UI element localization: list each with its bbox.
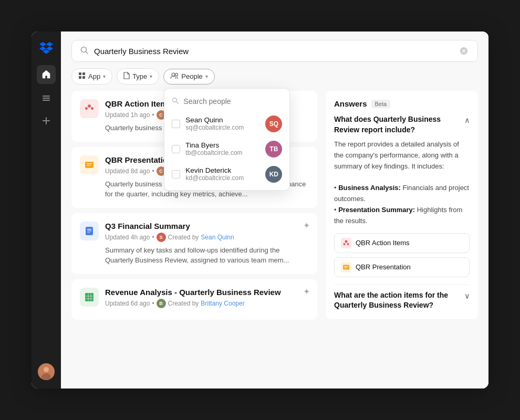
answers-q2-text: What are the action items for the Quarte… [334,290,460,311]
result-creator-link-4[interactable]: Brittany Cooper [201,300,244,307]
answers-link-qbr-action-label: QBR Action Items [356,239,410,247]
result-body-3: Q3 Financial Summary Updated 4h ago • S … [105,222,309,266]
svg-rect-13 [82,76,85,79]
result-description-3: Summary of key tasks and follow-ups iden… [105,245,309,266]
result-avatar-4: B [157,299,166,308]
dropdown-search-icon [172,97,179,106]
sidebar-plus[interactable] [37,111,56,130]
filter-app-arrow: ▾ [103,74,106,79]
answers-bullet-2: • Presentation Summary: Highlights from … [334,206,462,225]
answers-question-2[interactable]: What are the action items for the Quarte… [334,290,470,311]
answers-beta-badge: Beta [371,100,391,108]
result-dot: • [152,111,154,119]
tina-byers-info: Tina Byers tb@cobaltcircle.com [185,141,260,156]
result-body-4: Revenue Analysis - Quarterly Business Re… [105,288,309,311]
result-title-4: Revenue Analysis - Quarterly Business Re… [105,288,309,297]
answers-question-1[interactable]: What does Quarterly Business Review repo… [334,114,470,135]
app-filter-icon [78,72,86,81]
result-updated-4: Updated 6d ago [105,300,150,307]
answers-body-1: The report provides a detailed analysis … [334,139,470,226]
people-dropdown: Sean Quinn sq@cobaltcircle.com SQ Tina B… [164,88,290,191]
result-revenue-analysis[interactable]: Revenue Analysis - Quarterly Business Re… [71,279,317,320]
sidebar-home[interactable] [37,65,56,84]
kevin-deterick-email: kd@cobaltcircle.com [185,174,260,182]
svg-rect-18 [87,163,92,164]
answers-link-icon-asana [341,238,351,248]
svg-rect-19 [87,165,90,166]
filter-type-label: Type [132,72,147,80]
svg-rect-1 [43,98,50,99]
person-kevin-deterick[interactable]: Kevin Deterick kd@cobaltcircle.com KD [164,162,289,187]
result-icon-asana [80,99,99,118]
filter-type[interactable]: Type ▾ [117,68,159,85]
sidebar [32,32,61,388]
tina-byers-avatar: TB [265,141,282,158]
result-avatar-3: S [157,233,166,242]
svg-point-29 [345,240,348,243]
svg-point-31 [347,243,349,245]
sidebar-stack[interactable] [37,88,56,107]
svg-rect-2 [43,100,50,101]
tina-byers-name: Tina Byers [185,141,260,149]
result-dot-3: • [152,234,154,241]
sean-quinn-name: Sean Quinn [185,116,260,124]
svg-point-6 [44,367,49,372]
svg-rect-32 [343,265,349,269]
answers-link-qbr-action[interactable]: QBR Action Items [334,233,470,253]
kevin-deterick-info: Kevin Deterick kd@cobaltcircle.com [185,166,260,182]
result-title-3: Q3 Financial Summary [105,222,309,230]
filter-people[interactable]: People ▾ [163,69,214,85]
svg-rect-11 [82,72,85,75]
people-search-input[interactable] [183,97,282,106]
search-container: Quarterly Business Review [61,32,488,68]
sparkle-icon-4: ✦ [303,287,310,297]
answers-link-qbr-presentation-label: QBR Presentation [356,263,411,271]
dropbox-logo[interactable] [38,40,55,57]
sean-quinn-checkbox[interactable] [172,120,180,128]
result-updated-3: Updated 4h ago [105,234,150,241]
result-meta-4: Updated 6d ago • B Created by Brittany C… [105,299,309,308]
result-creator-link-3[interactable]: Sean Quinn [201,234,234,241]
svg-point-14 [172,73,175,76]
main-content: Quarterly Business Review [61,32,488,388]
chevron-up-icon: ∧ [464,116,470,126]
kevin-deterick-name: Kevin Deterick [185,166,260,174]
svg-rect-22 [87,230,91,232]
filter-app[interactable]: App ▾ [71,68,112,85]
answers-link-qbr-presentation[interactable]: QBR Presentation [334,257,470,277]
kevin-deterick-avatar: KD [265,166,282,183]
result-meta-3: Updated 4h ago • S Created by Sean Quinn [105,233,309,242]
user-avatar[interactable] [38,363,55,380]
answers-links: QBR Action Items QBR Presentation [334,233,470,277]
search-bar[interactable]: Quarterly Business Review [71,40,478,62]
result-dot-4: • [152,300,154,307]
result-icon-doc [80,222,99,240]
search-icon [80,46,89,56]
person-sean-quinn[interactable]: Sean Quinn sq@cobaltcircle.com SQ [164,111,289,136]
svg-point-15 [175,73,178,76]
filter-row: App ▾ Type ▾ [61,68,488,91]
filter-people-label: People [181,72,202,80]
result-icon-sheets [80,288,99,307]
sean-quinn-info: Sean Quinn sq@cobaltcircle.com [185,116,260,131]
svg-point-16 [173,98,177,102]
person-tina-byers[interactable]: Tina Byers tb@cobaltcircle.com TB [164,136,289,162]
result-updated: Updated 1h ago [105,111,150,119]
svg-rect-12 [79,76,81,79]
result-icon-slides [80,155,99,174]
kevin-deterick-checkbox[interactable] [172,170,180,178]
tina-byers-email: tb@cobaltcircle.com [185,149,260,156]
svg-rect-4 [43,120,50,121]
filter-type-arrow: ▾ [150,74,152,79]
filter-app-label: App [88,72,100,80]
search-query[interactable]: Quarterly Business Review [94,47,453,56]
svg-rect-34 [344,267,347,268]
answers-divider [334,285,470,285]
search-clear-button[interactable] [459,46,469,56]
svg-point-30 [344,243,346,245]
result-q3-financial[interactable]: Q3 Financial Summary Updated 4h ago • S … [71,213,317,274]
sparkle-icon-3: ✦ [303,220,310,230]
answers-body-text: The report provides a detailed analysis … [334,140,459,170]
tina-byers-checkbox[interactable] [172,145,180,153]
result-creator-label-3: Created by [168,234,199,241]
